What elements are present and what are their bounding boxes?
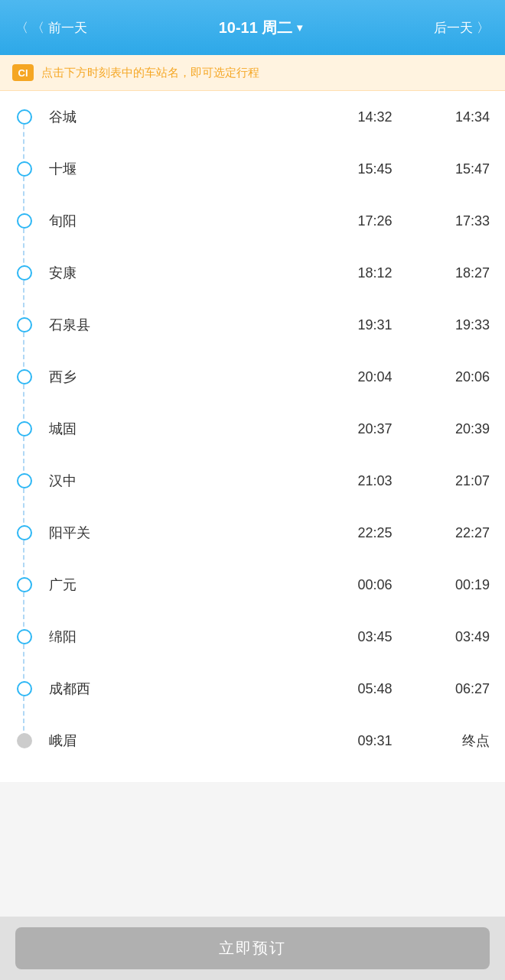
station-dot (17, 265, 32, 281)
station-row[interactable]: 安康 18:12 18:27 (0, 247, 505, 299)
station-depart-time: 17:33 (413, 213, 490, 229)
timeline-dot-container (15, 109, 34, 125)
timeline-dot-container (15, 733, 34, 748)
station-row[interactable]: 阳平关 22:25 22:27 (0, 507, 505, 559)
header: 〈 〈 前一天 10-11 周二 ▾ 后一天 〉 (0, 0, 505, 55)
station-name: 安康 (49, 264, 337, 282)
station-row[interactable]: 城固 20:37 20:39 (0, 403, 505, 455)
station-name: 城固 (49, 420, 337, 438)
timeline-dot-container (15, 473, 34, 488)
next-day-button[interactable]: 后一天 〉 (434, 19, 490, 37)
station-row[interactable]: 汉中 21:03 21:07 (0, 455, 505, 507)
notice-text: 点击下方时刻表中的车站名，即可选定行程 (41, 66, 259, 80)
next-day-label[interactable]: 后一天 〉 (434, 19, 490, 37)
station-arrive-time: 20:37 (337, 421, 413, 437)
station-dot (17, 577, 32, 592)
notice-icon-text: CI (18, 67, 28, 79)
timeline-dot-container (15, 681, 34, 696)
book-button[interactable]: 立即预订 (15, 927, 490, 969)
station-depart-time: 19:33 (413, 317, 490, 333)
notice-bar: CI 点击下方时刻表中的车站名，即可选定行程 (0, 55, 505, 91)
bottom-bar: 立即预订 (0, 917, 505, 980)
station-dot (17, 161, 32, 177)
station-dot (17, 473, 32, 488)
station-arrive-time: 14:32 (337, 109, 413, 125)
station-depart-time: 22:27 (413, 525, 490, 541)
station-arrive-time: 21:03 (337, 473, 413, 489)
dropdown-icon[interactable]: ▾ (297, 21, 302, 34)
station-depart-time: 21:07 (413, 473, 490, 489)
station-depart-time: 终点 (413, 732, 490, 750)
station-dot (17, 213, 32, 229)
station-depart-time: 18:27 (413, 265, 490, 281)
station-name: 石泉县 (49, 316, 337, 334)
station-row[interactable]: 成都西 05:48 06:27 (0, 663, 505, 715)
station-name: 峨眉 (49, 732, 337, 750)
station-arrive-time: 15:45 (337, 161, 413, 177)
timeline-dot-container (15, 161, 34, 177)
station-arrive-time: 17:26 (337, 213, 413, 229)
station-row[interactable]: 西乡 20:04 20:06 (0, 351, 505, 403)
station-name: 旬阳 (49, 212, 337, 230)
station-arrive-time: 19:31 (337, 317, 413, 333)
station-name: 成都西 (49, 680, 337, 698)
station-arrive-time: 09:31 (337, 733, 413, 749)
station-depart-time: 14:34 (413, 109, 490, 125)
timeline-dot-container (15, 213, 34, 229)
station-arrive-time: 22:25 (337, 525, 413, 541)
timeline-dot-container (15, 629, 34, 644)
station-arrive-time: 18:12 (337, 265, 413, 281)
station-dot (17, 681, 32, 696)
station-dot (17, 421, 32, 436)
station-depart-time: 20:39 (413, 421, 490, 437)
timeline-dot-container (15, 525, 34, 540)
station-arrive-time: 05:48 (337, 681, 413, 697)
station-row[interactable]: 石泉县 19:31 19:33 (0, 299, 505, 351)
station-depart-time: 20:06 (413, 369, 490, 385)
station-arrive-time: 00:06 (337, 577, 413, 593)
station-row[interactable]: 广元 00:06 00:19 (0, 559, 505, 611)
station-depart-time: 06:27 (413, 681, 490, 697)
station-dot (17, 733, 32, 748)
timeline-dot-container (15, 577, 34, 592)
station-depart-time: 03:49 (413, 629, 490, 645)
station-depart-time: 15:47 (413, 161, 490, 177)
prev-day-label[interactable]: 〈 前一天 (31, 19, 87, 37)
timeline-dot-container (15, 369, 34, 385)
timeline-dot-container (15, 265, 34, 281)
station-name: 广元 (49, 576, 337, 594)
station-name: 阳平关 (49, 524, 337, 542)
station-dot (17, 317, 32, 333)
station-row[interactable]: 峨眉 09:31 终点 (0, 715, 505, 767)
station-arrive-time: 03:45 (337, 629, 413, 645)
station-name: 谷城 (49, 108, 337, 126)
station-depart-time: 00:19 (413, 577, 490, 593)
station-name: 西乡 (49, 368, 337, 386)
station-row[interactable]: 旬阳 17:26 17:33 (0, 195, 505, 247)
notice-icon: CI (12, 64, 34, 81)
station-dot (17, 369, 32, 385)
date-text: 10-11 周二 (219, 18, 293, 38)
station-row[interactable]: 谷城 14:32 14:34 (0, 91, 505, 143)
station-dot (17, 525, 32, 540)
station-list: 谷城 14:32 14:34 十堰 15:45 15:47 旬阳 17:26 1… (0, 91, 505, 782)
timeline-dot-container (15, 317, 34, 333)
station-arrive-time: 20:04 (337, 369, 413, 385)
station-name: 汉中 (49, 472, 337, 490)
chevron-left-icon: 〈 (15, 19, 28, 37)
station-dot (17, 109, 32, 125)
station-scroll-area[interactable]: 谷城 14:32 14:34 十堰 15:45 15:47 旬阳 17:26 1… (0, 91, 505, 843)
station-row[interactable]: 绵阳 03:45 03:49 (0, 611, 505, 663)
station-name: 十堰 (49, 160, 337, 178)
date-title[interactable]: 10-11 周二 ▾ (219, 18, 303, 38)
prev-day-button[interactable]: 〈 〈 前一天 (15, 19, 87, 37)
timeline-dot-container (15, 421, 34, 436)
station-name: 绵阳 (49, 628, 337, 646)
station-dot (17, 629, 32, 644)
station-row[interactable]: 十堰 15:45 15:47 (0, 143, 505, 195)
